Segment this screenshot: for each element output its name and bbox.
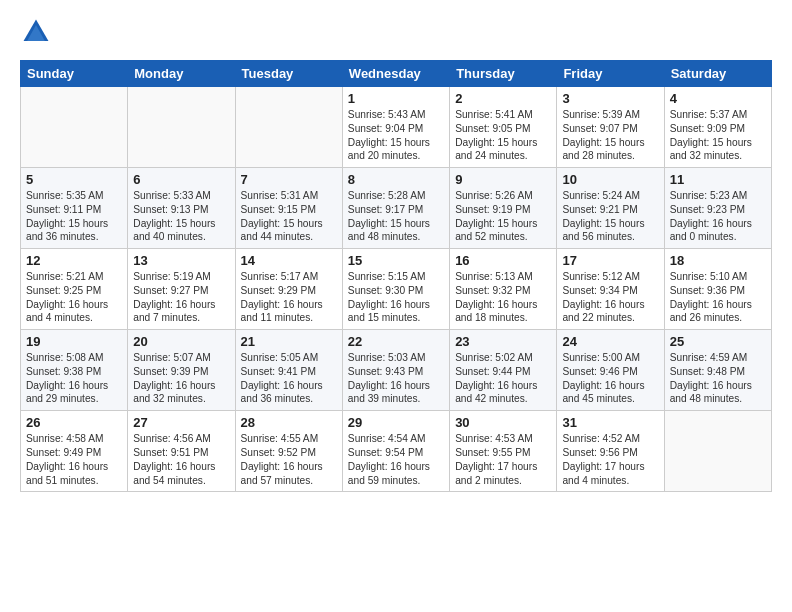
day-info: Sunrise: 5:37 AM Sunset: 9:09 PM Dayligh…	[670, 108, 766, 163]
day-info: Sunrise: 5:12 AM Sunset: 9:34 PM Dayligh…	[562, 270, 658, 325]
calendar-cell: 22Sunrise: 5:03 AM Sunset: 9:43 PM Dayli…	[342, 330, 449, 411]
day-info: Sunrise: 5:31 AM Sunset: 9:15 PM Dayligh…	[241, 189, 337, 244]
calendar-cell: 14Sunrise: 5:17 AM Sunset: 9:29 PM Dayli…	[235, 249, 342, 330]
day-number: 16	[455, 253, 551, 268]
day-info: Sunrise: 5:08 AM Sunset: 9:38 PM Dayligh…	[26, 351, 122, 406]
calendar: SundayMondayTuesdayWednesdayThursdayFrid…	[20, 60, 772, 492]
day-number: 30	[455, 415, 551, 430]
day-info: Sunrise: 4:55 AM Sunset: 9:52 PM Dayligh…	[241, 432, 337, 487]
calendar-cell: 6Sunrise: 5:33 AM Sunset: 9:13 PM Daylig…	[128, 168, 235, 249]
calendar-week-row: 1Sunrise: 5:43 AM Sunset: 9:04 PM Daylig…	[21, 87, 772, 168]
day-info: Sunrise: 5:17 AM Sunset: 9:29 PM Dayligh…	[241, 270, 337, 325]
day-number: 1	[348, 91, 444, 106]
day-info: Sunrise: 4:56 AM Sunset: 9:51 PM Dayligh…	[133, 432, 229, 487]
day-number: 5	[26, 172, 122, 187]
day-info: Sunrise: 4:58 AM Sunset: 9:49 PM Dayligh…	[26, 432, 122, 487]
calendar-cell: 31Sunrise: 4:52 AM Sunset: 9:56 PM Dayli…	[557, 411, 664, 492]
calendar-cell: 21Sunrise: 5:05 AM Sunset: 9:41 PM Dayli…	[235, 330, 342, 411]
calendar-cell	[128, 87, 235, 168]
calendar-cell: 28Sunrise: 4:55 AM Sunset: 9:52 PM Dayli…	[235, 411, 342, 492]
day-number: 28	[241, 415, 337, 430]
calendar-cell: 25Sunrise: 4:59 AM Sunset: 9:48 PM Dayli…	[664, 330, 771, 411]
day-number: 22	[348, 334, 444, 349]
weekday-header-thursday: Thursday	[450, 61, 557, 87]
day-info: Sunrise: 5:10 AM Sunset: 9:36 PM Dayligh…	[670, 270, 766, 325]
calendar-cell: 1Sunrise: 5:43 AM Sunset: 9:04 PM Daylig…	[342, 87, 449, 168]
day-number: 11	[670, 172, 766, 187]
day-number: 4	[670, 91, 766, 106]
calendar-cell	[21, 87, 128, 168]
calendar-cell: 10Sunrise: 5:24 AM Sunset: 9:21 PM Dayli…	[557, 168, 664, 249]
day-number: 12	[26, 253, 122, 268]
day-info: Sunrise: 5:05 AM Sunset: 9:41 PM Dayligh…	[241, 351, 337, 406]
day-number: 25	[670, 334, 766, 349]
day-info: Sunrise: 5:23 AM Sunset: 9:23 PM Dayligh…	[670, 189, 766, 244]
calendar-week-row: 19Sunrise: 5:08 AM Sunset: 9:38 PM Dayli…	[21, 330, 772, 411]
day-number: 13	[133, 253, 229, 268]
calendar-cell: 8Sunrise: 5:28 AM Sunset: 9:17 PM Daylig…	[342, 168, 449, 249]
day-number: 15	[348, 253, 444, 268]
calendar-cell: 15Sunrise: 5:15 AM Sunset: 9:30 PM Dayli…	[342, 249, 449, 330]
day-number: 21	[241, 334, 337, 349]
day-number: 6	[133, 172, 229, 187]
calendar-cell: 30Sunrise: 4:53 AM Sunset: 9:55 PM Dayli…	[450, 411, 557, 492]
day-number: 20	[133, 334, 229, 349]
calendar-cell: 3Sunrise: 5:39 AM Sunset: 9:07 PM Daylig…	[557, 87, 664, 168]
day-number: 7	[241, 172, 337, 187]
day-info: Sunrise: 5:00 AM Sunset: 9:46 PM Dayligh…	[562, 351, 658, 406]
day-number: 10	[562, 172, 658, 187]
weekday-header-sunday: Sunday	[21, 61, 128, 87]
header	[20, 16, 772, 48]
day-number: 18	[670, 253, 766, 268]
day-info: Sunrise: 5:33 AM Sunset: 9:13 PM Dayligh…	[133, 189, 229, 244]
calendar-cell: 11Sunrise: 5:23 AM Sunset: 9:23 PM Dayli…	[664, 168, 771, 249]
calendar-cell: 9Sunrise: 5:26 AM Sunset: 9:19 PM Daylig…	[450, 168, 557, 249]
calendar-cell: 2Sunrise: 5:41 AM Sunset: 9:05 PM Daylig…	[450, 87, 557, 168]
calendar-cell: 27Sunrise: 4:56 AM Sunset: 9:51 PM Dayli…	[128, 411, 235, 492]
day-number: 3	[562, 91, 658, 106]
day-number: 23	[455, 334, 551, 349]
weekday-header-wednesday: Wednesday	[342, 61, 449, 87]
calendar-cell	[235, 87, 342, 168]
day-info: Sunrise: 4:53 AM Sunset: 9:55 PM Dayligh…	[455, 432, 551, 487]
calendar-cell	[664, 411, 771, 492]
calendar-cell: 7Sunrise: 5:31 AM Sunset: 9:15 PM Daylig…	[235, 168, 342, 249]
day-info: Sunrise: 5:15 AM Sunset: 9:30 PM Dayligh…	[348, 270, 444, 325]
day-number: 24	[562, 334, 658, 349]
weekday-header-friday: Friday	[557, 61, 664, 87]
calendar-cell: 5Sunrise: 5:35 AM Sunset: 9:11 PM Daylig…	[21, 168, 128, 249]
day-info: Sunrise: 5:39 AM Sunset: 9:07 PM Dayligh…	[562, 108, 658, 163]
calendar-cell: 23Sunrise: 5:02 AM Sunset: 9:44 PM Dayli…	[450, 330, 557, 411]
day-info: Sunrise: 5:26 AM Sunset: 9:19 PM Dayligh…	[455, 189, 551, 244]
calendar-cell: 12Sunrise: 5:21 AM Sunset: 9:25 PM Dayli…	[21, 249, 128, 330]
day-number: 27	[133, 415, 229, 430]
calendar-cell: 16Sunrise: 5:13 AM Sunset: 9:32 PM Dayli…	[450, 249, 557, 330]
calendar-week-row: 12Sunrise: 5:21 AM Sunset: 9:25 PM Dayli…	[21, 249, 772, 330]
day-number: 19	[26, 334, 122, 349]
day-info: Sunrise: 5:28 AM Sunset: 9:17 PM Dayligh…	[348, 189, 444, 244]
calendar-cell: 26Sunrise: 4:58 AM Sunset: 9:49 PM Dayli…	[21, 411, 128, 492]
day-number: 14	[241, 253, 337, 268]
page: SundayMondayTuesdayWednesdayThursdayFrid…	[0, 0, 792, 508]
day-number: 17	[562, 253, 658, 268]
weekday-header-row: SundayMondayTuesdayWednesdayThursdayFrid…	[21, 61, 772, 87]
day-info: Sunrise: 5:02 AM Sunset: 9:44 PM Dayligh…	[455, 351, 551, 406]
day-info: Sunrise: 5:43 AM Sunset: 9:04 PM Dayligh…	[348, 108, 444, 163]
calendar-cell: 17Sunrise: 5:12 AM Sunset: 9:34 PM Dayli…	[557, 249, 664, 330]
weekday-header-tuesday: Tuesday	[235, 61, 342, 87]
day-info: Sunrise: 4:59 AM Sunset: 9:48 PM Dayligh…	[670, 351, 766, 406]
calendar-cell: 4Sunrise: 5:37 AM Sunset: 9:09 PM Daylig…	[664, 87, 771, 168]
day-info: Sunrise: 5:21 AM Sunset: 9:25 PM Dayligh…	[26, 270, 122, 325]
day-number: 29	[348, 415, 444, 430]
day-number: 2	[455, 91, 551, 106]
calendar-week-row: 5Sunrise: 5:35 AM Sunset: 9:11 PM Daylig…	[21, 168, 772, 249]
calendar-cell: 13Sunrise: 5:19 AM Sunset: 9:27 PM Dayli…	[128, 249, 235, 330]
day-number: 8	[348, 172, 444, 187]
weekday-header-monday: Monday	[128, 61, 235, 87]
day-number: 26	[26, 415, 122, 430]
day-info: Sunrise: 4:54 AM Sunset: 9:54 PM Dayligh…	[348, 432, 444, 487]
calendar-cell: 29Sunrise: 4:54 AM Sunset: 9:54 PM Dayli…	[342, 411, 449, 492]
calendar-cell: 20Sunrise: 5:07 AM Sunset: 9:39 PM Dayli…	[128, 330, 235, 411]
calendar-week-row: 26Sunrise: 4:58 AM Sunset: 9:49 PM Dayli…	[21, 411, 772, 492]
calendar-cell: 24Sunrise: 5:00 AM Sunset: 9:46 PM Dayli…	[557, 330, 664, 411]
